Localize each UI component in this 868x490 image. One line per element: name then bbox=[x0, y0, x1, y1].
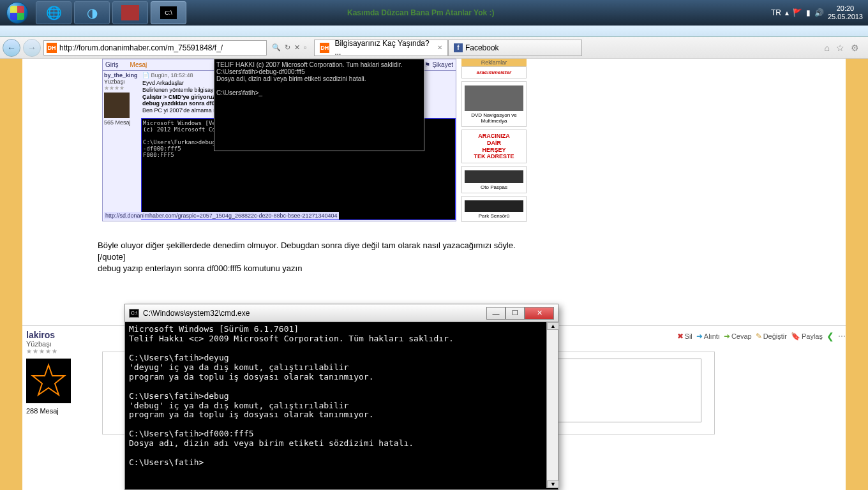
hovered-link-url: http://sd.donanimhaber.com/graspic=2057_… bbox=[104, 212, 339, 219]
more-icon[interactable]: ⋯ bbox=[838, 332, 846, 341]
action-share[interactable]: 🔖Paylaş bbox=[791, 332, 823, 341]
tab-favicon-icon: DH bbox=[320, 43, 329, 53]
address-bar[interactable]: DH http://forum.donanimhaber.com/m_75591… bbox=[43, 40, 267, 56]
task-ie[interactable]: 🌐 bbox=[36, 1, 71, 24]
post-author-panel: by_the_king Yüzbaşı ★★★★ 565 Mesaj bbox=[103, 71, 141, 221]
share-label-icon: 🔖 bbox=[791, 332, 800, 341]
forum-container: Giriş Mesaj ⚑ Şikayet by_the_king Yüzbaş… bbox=[22, 59, 846, 490]
reply-author-rank: Yüzbaşı bbox=[26, 340, 89, 348]
cmd-small-output: TELIF HAKKI (c) 2007 Microsoft Corporati… bbox=[214, 59, 424, 98]
cmd-body: Microsoft Windows [Sürüm 6.1.7601] Telif… bbox=[125, 322, 558, 488]
cmd-titlebar-icon: C:\ bbox=[129, 309, 139, 318]
left-margin bbox=[0, 59, 22, 490]
author-rank: Yüzbaşı bbox=[104, 78, 140, 85]
cmd-window-large[interactable]: C:\ C:\Windows\system32\cmd.exe — ☐ ✕ Mi… bbox=[124, 304, 558, 490]
cmd-window-small[interactable]: TELIF HAKKI (c) 2007 Microsoft Corporati… bbox=[214, 59, 424, 151]
close-icon[interactable]: ✕ bbox=[437, 44, 442, 51]
close-button[interactable]: ✕ bbox=[525, 307, 554, 320]
reply-author-stars: ★★★★★ bbox=[26, 348, 89, 355]
quote-icon: ➜ bbox=[696, 332, 703, 341]
stop-icon[interactable]: ✕ bbox=[294, 43, 300, 52]
action-reply[interactable]: ➜Cevap bbox=[724, 332, 752, 341]
home-icon[interactable]: ⌂ bbox=[825, 43, 830, 53]
site-favicon-icon: DH bbox=[47, 43, 57, 53]
url-text: http://forum.donanimhaber.com/m_75591848… bbox=[59, 43, 223, 52]
refresh-icon[interactable]: ↻ bbox=[285, 43, 290, 52]
reply-line2: [/quote] bbox=[98, 251, 516, 263]
author-avatar bbox=[104, 93, 130, 118]
tab2-label: Facebook bbox=[465, 43, 499, 52]
favorites-icon[interactable]: ☆ bbox=[836, 43, 844, 53]
clock-time: 20:20 bbox=[828, 4, 863, 13]
cmd-title-text: C:\Windows\system32\cmd.exe bbox=[143, 309, 486, 318]
reply-author-panel: lakiros Yüzbaşı ★★★★★ 288 Mesaj bbox=[22, 326, 93, 419]
start-button[interactable] bbox=[0, 0, 34, 26]
windows-taskbar: 🌐 ◑ C:\ Kasımda Düzcan Bana Pm Atanlar Y… bbox=[0, 0, 868, 26]
flag-icon[interactable]: 🚩 bbox=[793, 8, 802, 17]
ie-icon: 🌐 bbox=[43, 4, 64, 22]
post-action-bar: ✖Sil ➜Alıntı ➜Cevap ✎Değiştir 🔖Paylaş ❮ … bbox=[677, 331, 846, 341]
facebook-icon: f bbox=[454, 43, 463, 52]
reply-line3: debug yazıp enterlayın sonra df000:fff5 … bbox=[98, 263, 516, 274]
ad-item-1[interactable]: DVD Navigasyon ve Multimedya bbox=[461, 81, 527, 127]
delete-icon: ✖ bbox=[677, 332, 684, 341]
share-icon[interactable]: ❮ bbox=[827, 331, 834, 341]
tab-strip: DH Bilgisayarınız Kaç Yaşında? ... ✕ f F… bbox=[314, 40, 582, 56]
back-button[interactable]: ← bbox=[3, 39, 20, 57]
page-content: Giriş Mesaj ⚑ Şikayet by_the_king Yüzbaş… bbox=[0, 59, 868, 490]
lang-indicator[interactable]: TR bbox=[771, 8, 781, 17]
report-link[interactable]: ⚑ Şikayet bbox=[424, 61, 453, 68]
ad-item-3[interactable]: Park Sensörü bbox=[461, 196, 527, 222]
tab1-label: Bilgisayarınız Kaç Yaşında? ... bbox=[334, 39, 435, 57]
search-icon[interactable]: 🔍 bbox=[272, 43, 281, 52]
tray-chevron-icon[interactable]: ▴ bbox=[785, 8, 789, 17]
tab-facebook[interactable]: f Facebook bbox=[448, 40, 582, 56]
taskbar-clock[interactable]: 20:20 25.05.2013 bbox=[828, 4, 863, 21]
cmd-icon: C:\ bbox=[160, 6, 177, 19]
right-margin bbox=[846, 59, 868, 490]
tools-icon[interactable]: ⚙ bbox=[851, 43, 859, 53]
edit-icon: ✎ bbox=[756, 332, 762, 341]
minimize-button[interactable]: — bbox=[486, 307, 505, 320]
reply-author-name[interactable]: lakiros bbox=[26, 330, 89, 340]
forward-button[interactable]: → bbox=[23, 39, 41, 57]
browser-tools: ⌂ ☆ ⚙ bbox=[825, 43, 865, 53]
window-titlebar bbox=[0, 26, 868, 37]
ad-brand[interactable]: aracımmeister bbox=[461, 66, 527, 78]
game-icon bbox=[121, 5, 139, 20]
task-app1[interactable]: ◑ bbox=[74, 1, 110, 24]
tab-entry[interactable]: Giriş bbox=[105, 61, 119, 68]
author-name[interactable]: by_the_king bbox=[104, 72, 140, 78]
cmd-scrollbar[interactable] bbox=[546, 322, 558, 488]
ad-item-2[interactable]: Oto Paspas bbox=[461, 166, 527, 193]
clock-date: 25.05.2013 bbox=[828, 13, 863, 21]
task-app2[interactable] bbox=[112, 1, 148, 24]
system-tray: TR ▴ 🚩 ▮ 🔊 20:20 25.05.2013 bbox=[771, 4, 868, 21]
maximize-button[interactable]: ☐ bbox=[505, 307, 525, 320]
url-actions: 🔍 ↻ ✕ ▫ bbox=[269, 43, 309, 52]
action-quote[interactable]: ➜Alıntı bbox=[696, 332, 720, 341]
tab-message[interactable]: Mesaj bbox=[130, 61, 147, 68]
cmd-titlebar[interactable]: C:\ C:\Windows\system32\cmd.exe — ☐ ✕ bbox=[125, 304, 558, 322]
action-edit[interactable]: ✎Değiştir bbox=[756, 332, 787, 341]
tab-donanimhaber[interactable]: DH Bilgisayarınız Kaç Yaşında? ... ✕ bbox=[314, 40, 448, 56]
author-msgcount: 565 Mesaj bbox=[104, 119, 140, 126]
volume-icon[interactable]: 🔊 bbox=[814, 8, 824, 17]
game-overlay-title: Kasımda Düzcan Bana Pm Atanlar Yok :) bbox=[347, 8, 495, 17]
reply-author-avatar bbox=[26, 359, 71, 403]
action-delete[interactable]: ✖Sil bbox=[677, 332, 692, 341]
sidebar-ads: Reklamlar aracımmeister DVD Navigasyon v… bbox=[461, 59, 527, 221]
browser-nav: ← → DH http://forum.donanimhaber.com/m_7… bbox=[0, 37, 868, 59]
reply-icon: ➜ bbox=[724, 332, 730, 341]
cmd-output[interactable]: Microsoft Windows [Sürüm 6.1.7601] Telif… bbox=[125, 322, 546, 488]
author-stars: ★★★★ bbox=[104, 85, 140, 91]
reply-text: Böyle oluyor diğer şekillerdede denedim … bbox=[98, 240, 516, 275]
reply-line1: Böyle oluyor diğer şekillerdede denedim … bbox=[98, 240, 516, 251]
task-cmd[interactable]: C:\ bbox=[151, 1, 186, 24]
reply-author-msgcount: 288 Mesaj bbox=[26, 407, 89, 415]
app-icon: ◑ bbox=[82, 4, 102, 22]
compat-icon[interactable]: ▫ bbox=[304, 43, 306, 52]
network-icon[interactable]: ▮ bbox=[806, 8, 811, 17]
ads-header: Reklamlar bbox=[461, 59, 527, 66]
ad-text[interactable]: ARACINIZA DAİR HERŞEY TEK ADRESTE bbox=[461, 130, 527, 163]
